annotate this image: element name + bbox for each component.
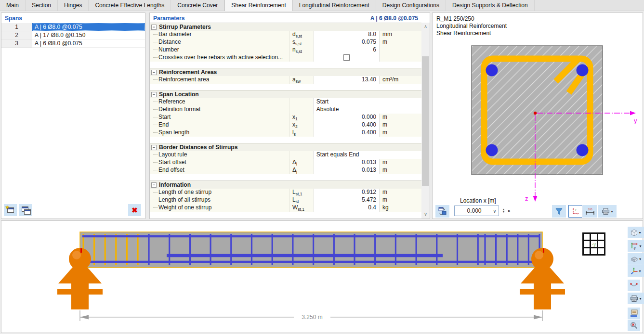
tab-design-configurations[interactable]: Design Configurations: [376, 0, 446, 11]
value-field[interactable]: Absolute: [313, 106, 421, 114]
scroll-up-button[interactable]: ∧: [421, 23, 430, 31]
param-row-weight-one-stirrup: Weight of one stirrup Wst,1 0.4 kg: [150, 204, 421, 212]
collapse-toggle[interactable]: −: [151, 25, 157, 30]
spans-panel-title: Spans: [1, 13, 145, 23]
dimension-icon: 100: [585, 207, 595, 215]
location-step-button[interactable]: ▸: [508, 206, 514, 216]
section-info-line: Shear Reinforcement: [436, 30, 507, 37]
value-field[interactable]: 0.013: [314, 159, 380, 167]
sync-view-button[interactable]: [435, 205, 449, 218]
param-row-start: Start x1 0.000 m: [150, 114, 421, 121]
value-field[interactable]: 8.0: [314, 31, 380, 39]
section-title: Span Location: [159, 91, 199, 98]
dropdown-arrow-icon[interactable]: ▾: [639, 269, 641, 273]
coordinate-system-button[interactable]: ▾: [628, 265, 644, 277]
span-row-number: 3: [1, 39, 32, 48]
value-field[interactable]: 0.400: [314, 121, 380, 129]
rebar-top-left: [486, 64, 498, 77]
printer-icon: [602, 208, 610, 215]
crossties-checkbox[interactable]: [343, 54, 350, 61]
view-direction-button[interactable]: -y ▾: [628, 240, 644, 252]
span-row-3[interactable]: 3 A | 6 Ø8.0 @0.075: [1, 39, 145, 48]
dropdown-arrow-icon[interactable]: ▾: [639, 257, 641, 261]
section-info-line: Longitudinal Reinforcement: [436, 23, 507, 30]
result-curve-button[interactable]: [628, 280, 640, 291]
axes-toggle-button[interactable]: y: [568, 205, 582, 218]
tab-hinges[interactable]: Hinges: [58, 0, 89, 11]
value-field[interactable]: 0.000: [314, 114, 380, 121]
span-row-1[interactable]: 1 A | 6 Ø8.0 @0.075: [1, 23, 145, 31]
value-field[interactable]: 0.013: [314, 167, 380, 174]
section-header-span-location: − Span Location: [150, 90, 421, 98]
param-row-length-one-stirrup: Length of one stirrup Lst,1 0.912 m: [150, 189, 421, 196]
parameters-scrollbar[interactable]: ∧ ∨: [421, 23, 430, 218]
copy-windows-icon: [20, 205, 31, 215]
location-x-value[interactable]: 0.000: [455, 207, 491, 214]
location-x-stepper[interactable]: ▲ ▼: [500, 206, 507, 216]
tab-main[interactable]: Main: [0, 0, 26, 11]
cancel-zoom-button[interactable]: [628, 320, 640, 331]
spin-down-icon[interactable]: ▼: [502, 211, 505, 213]
tab-concrete-effective-lengths[interactable]: Concrete Effective Lengths: [89, 0, 171, 11]
dimension-arrow-right: [534, 315, 542, 320]
print-graphic-button[interactable]: ▾: [598, 205, 617, 218]
value-field[interactable]: 0.075: [314, 39, 380, 46]
collapse-toggle[interactable]: −: [151, 70, 157, 75]
coordinate-system-icon: [631, 268, 638, 275]
print-beam-button[interactable]: ▾: [628, 293, 644, 304]
rebar-bottom-left: [486, 144, 498, 156]
dropdown-arrow-icon[interactable]: ▾: [639, 244, 641, 248]
scroll-thumb[interactable]: [422, 56, 429, 186]
collapse-toggle[interactable]: −: [151, 182, 157, 188]
collapse-toggle[interactable]: −: [151, 92, 157, 97]
tab-design-supports-deflection[interactable]: Design Supports & Deflection: [446, 0, 535, 11]
chevron-down-icon[interactable]: ∨: [491, 208, 499, 214]
param-row-bar-diameter: Bar diameter ds,st 8.0 mm: [150, 31, 421, 39]
display-solid-button[interactable]: ▾: [628, 253, 644, 265]
navigation-cube[interactable]: -y: [582, 232, 605, 256]
filter-funnel-icon: [555, 208, 563, 215]
zoom-cancel-icon: [630, 321, 638, 329]
value-field: 13.40: [314, 76, 380, 84]
span-row-label[interactable]: A | 6 Ø8.0 @0.075: [32, 23, 145, 31]
z-axis-arrow: [533, 196, 538, 202]
location-x-combobox[interactable]: 0.000 ∨: [454, 206, 499, 216]
tab-bar: Main Section Hinges Concrete Effective L…: [0, 0, 644, 11]
span-row-2[interactable]: 2 A | 17 Ø8.0 @0.150: [1, 31, 145, 39]
tab-shear-reinforcement[interactable]: Shear Reinforcement: [224, 0, 292, 11]
param-row-definition-format: Definition format Absolute: [150, 106, 421, 114]
dropdown-arrow-icon[interactable]: ▾: [611, 209, 613, 214]
display-properties-button[interactable]: [628, 308, 640, 319]
section-header-stirrup-parameters: − Stirrup Parameters: [150, 23, 421, 31]
span-row-label[interactable]: A | 17 Ø8.0 @0.150: [32, 31, 145, 39]
cross-section-drawing: y z: [451, 41, 644, 207]
collapse-toggle[interactable]: −: [151, 145, 157, 150]
tab-longitudinal-reinforcement[interactable]: Longitudinal Reinforcement: [293, 0, 376, 11]
delete-span-button[interactable]: ✖: [128, 204, 141, 216]
value-field[interactable]: Start: [313, 98, 421, 106]
navcube-face-label[interactable]: -y: [591, 241, 597, 247]
filter-button[interactable]: [552, 205, 566, 218]
solid-model-icon: [631, 256, 638, 262]
new-span-button[interactable]: ★: [4, 204, 17, 216]
view-axis-icon: -y: [630, 243, 638, 250]
dimensions-toggle-button[interactable]: 100: [583, 205, 597, 218]
span-row-label[interactable]: A | 6 Ø8.0 @0.075: [32, 39, 145, 48]
parameters-panel: Parameters A | 6 Ø8.0 @0.075 − Stirrup P…: [149, 13, 430, 219]
tab-section[interactable]: Section: [26, 0, 58, 11]
copy-span-button[interactable]: [19, 204, 32, 216]
span-row-number: 2: [1, 31, 32, 39]
section-title: Border Distances of Stirrups: [159, 144, 237, 151]
scroll-down-button[interactable]: ∨: [421, 210, 430, 218]
view-mode-button[interactable]: ▾: [628, 227, 644, 238]
value-field: 0.4: [314, 204, 380, 212]
y-axis-arrow: [630, 111, 636, 116]
dropdown-arrow-icon[interactable]: ▾: [639, 231, 641, 235]
value-field[interactable]: Start equals End: [313, 151, 421, 159]
node-marker: [80, 248, 82, 253]
param-row-crossties: Crossties over free rebars with active s…: [150, 54, 421, 62]
curve-icon: [630, 283, 638, 288]
value-field[interactable]: 6: [314, 46, 380, 54]
tab-concrete-cover[interactable]: Concrete Cover: [171, 0, 224, 11]
dropdown-arrow-icon[interactable]: ▾: [639, 296, 641, 301]
